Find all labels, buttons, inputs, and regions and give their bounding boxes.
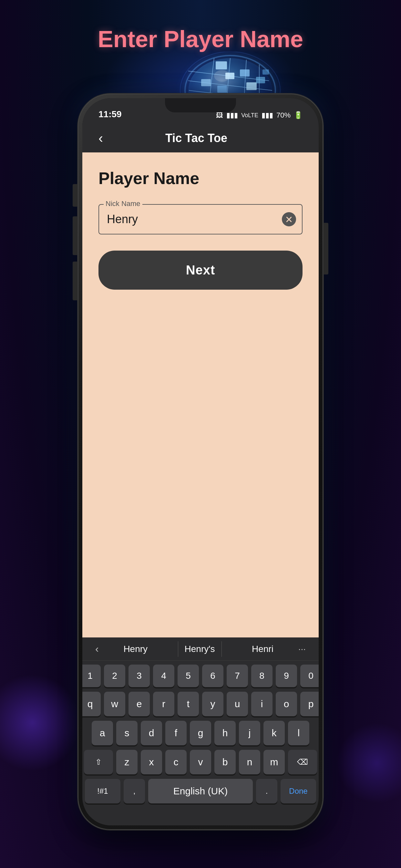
back-button[interactable]: ‹ [98, 130, 103, 146]
key-5[interactable]: 5 [178, 664, 199, 687]
volume-up-button [73, 184, 77, 207]
key-q[interactable]: q [82, 692, 101, 716]
key-g[interactable]: g [190, 721, 211, 745]
key-b[interactable]: b [214, 750, 236, 774]
battery-icon: 🔋 [294, 111, 303, 120]
svg-rect-10 [216, 61, 227, 69]
key-4[interactable]: 4 [153, 664, 174, 687]
svg-rect-16 [217, 86, 227, 93]
key-y[interactable]: y [202, 692, 223, 716]
key-o[interactable]: o [276, 692, 297, 716]
keyboard: ‹ Henry Henry's Henri ··· 1 2 3 4 [82, 638, 319, 826]
phone-screen: 11:59 🖼 ▮▮▮ VoLTE ▮▮▮ 70% 🔋 ‹ Tic Tac To… [82, 98, 319, 826]
shift-key[interactable]: ⇧ [84, 750, 113, 774]
number-row: 1 2 3 4 5 6 7 8 9 0 [85, 664, 316, 687]
key-r[interactable]: r [153, 692, 174, 716]
svg-rect-15 [246, 82, 257, 90]
svg-rect-14 [201, 79, 211, 86]
svg-rect-17 [263, 69, 269, 74]
autocomplete-bar: ‹ Henry Henry's Henri ··· [82, 638, 319, 661]
autocomplete-back-icon[interactable]: ‹ [89, 643, 105, 655]
volume-down-button [73, 216, 77, 255]
volte-icon: VoLTE [241, 112, 258, 119]
key-d[interactable]: d [141, 721, 162, 745]
key-w[interactable]: w [104, 692, 125, 716]
key-1[interactable]: 1 [82, 664, 101, 687]
bottom-row: !#1 , English (UK) . Done [85, 779, 316, 803]
page-header-title: Enter Player Name [98, 26, 303, 52]
key-c[interactable]: c [165, 750, 187, 774]
bg-glow-right [336, 723, 401, 803]
signal-bars-icon: ▮▮▮ [226, 111, 238, 120]
bg-glow-left [0, 674, 81, 771]
key-x[interactable]: x [141, 750, 162, 774]
notch [165, 98, 236, 113]
status-icons: 🖼 ▮▮▮ VoLTE ▮▮▮ 70% 🔋 [216, 111, 303, 120]
key-u[interactable]: u [227, 692, 248, 716]
backspace-key[interactable]: ⌫ [288, 750, 317, 774]
key-0[interactable]: 0 [300, 664, 319, 687]
power-button [324, 223, 328, 275]
clear-input-button[interactable] [282, 212, 296, 226]
nav-title: Tic Tac Toe [110, 131, 283, 145]
key-t[interactable]: t [178, 692, 199, 716]
key-7[interactable]: 7 [227, 664, 248, 687]
navigation-bar: ‹ Tic Tac Toe [82, 124, 319, 152]
autocomplete-suggestions: Henry Henry's Henri [105, 641, 292, 657]
key-k[interactable]: k [264, 721, 285, 745]
key-a[interactable]: a [92, 721, 113, 745]
qwerty-row: q w e r t y u i o p [85, 692, 316, 716]
key-l[interactable]: l [288, 721, 309, 745]
zxcv-row: ⇧ z x c v b n m ⌫ [85, 750, 316, 774]
main-content: Player Name Nick Name Next [82, 152, 319, 638]
status-time: 11:59 [98, 109, 122, 120]
autocomplete-more-icon[interactable]: ··· [292, 644, 312, 654]
keyboard-rows: 1 2 3 4 5 6 7 8 9 0 q w [82, 661, 319, 809]
asdf-row: a s d f g h j k l [85, 721, 316, 745]
symbols-key[interactable]: !#1 [85, 779, 120, 803]
key-n[interactable]: n [239, 750, 260, 774]
key-z[interactable]: z [116, 750, 137, 774]
key-i[interactable]: i [251, 692, 273, 716]
signal-icon: ▮▮▮ [261, 111, 273, 120]
autocomplete-word-2[interactable]: Henry's [178, 641, 222, 657]
key-s[interactable]: s [116, 721, 137, 745]
key-v[interactable]: v [190, 750, 211, 774]
nickname-input-wrapper: Nick Name [98, 204, 303, 235]
key-2[interactable]: 2 [104, 664, 125, 687]
svg-rect-11 [240, 69, 250, 76]
space-key[interactable]: English (UK) [148, 779, 253, 803]
autocomplete-word-1[interactable]: Henry [117, 641, 154, 657]
key-f[interactable]: f [165, 721, 187, 745]
svg-point-18 [214, 70, 230, 82]
key-e[interactable]: e [128, 692, 150, 716]
comma-key[interactable]: , [124, 779, 145, 803]
key-j[interactable]: j [239, 721, 260, 745]
autocomplete-word-3[interactable]: Henri [245, 641, 280, 657]
key-6[interactable]: 6 [202, 664, 223, 687]
svg-rect-13 [256, 77, 265, 83]
nickname-input[interactable] [98, 204, 303, 235]
phone-frame: 11:59 🖼 ▮▮▮ VoLTE ▮▮▮ 70% 🔋 ‹ Tic Tac To… [78, 94, 323, 830]
battery-label: 70% [276, 111, 290, 120]
key-3[interactable]: 3 [128, 664, 150, 687]
key-p[interactable]: p [300, 692, 319, 716]
key-h[interactable]: h [214, 721, 236, 745]
bottom-safe-area [82, 809, 319, 826]
period-key[interactable]: . [256, 779, 277, 803]
silent-switch [73, 261, 77, 300]
input-label: Nick Name [104, 199, 143, 208]
done-key[interactable]: Done [281, 779, 316, 803]
key-9[interactable]: 9 [276, 664, 297, 687]
key-m[interactable]: m [264, 750, 285, 774]
key-8[interactable]: 8 [251, 664, 273, 687]
next-button[interactable]: Next [98, 251, 303, 290]
section-title: Player Name [98, 168, 303, 188]
